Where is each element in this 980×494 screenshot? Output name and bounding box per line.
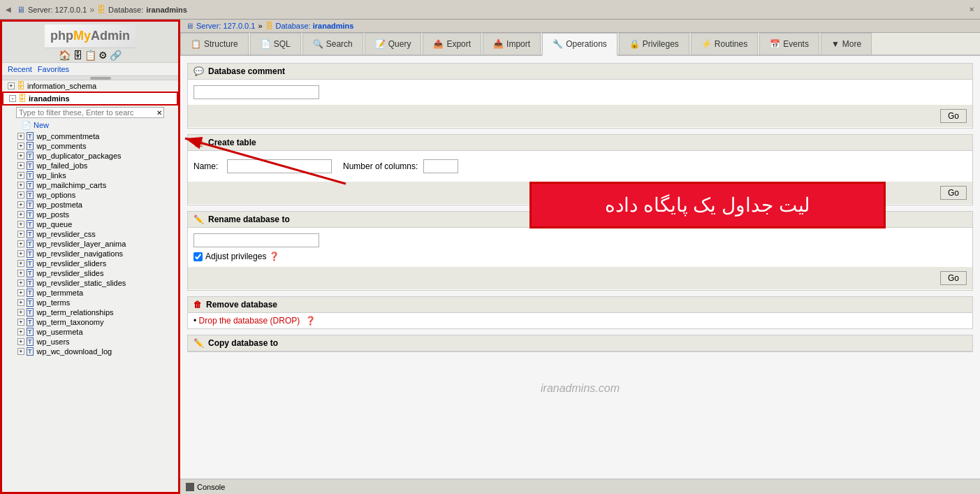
db-name-info[interactable]: information_schema [27,82,96,90]
db-comment-input[interactable] [193,85,319,99]
table-name[interactable]: wp_options [37,191,76,199]
table-item[interactable]: + T wp_revslider_layer_anima [2,239,178,249]
table-item[interactable]: + T wp_duplicator_packages [2,151,178,161]
table-name[interactable]: wp_mailchimp_carts [37,181,107,189]
table-icon-small[interactable]: 📋 [85,50,96,61]
table-item[interactable]: + T wp_links [2,170,178,180]
expand-table[interactable]: + [17,162,24,169]
table-name[interactable]: wp_posts [37,210,69,219]
expand-table[interactable]: + [17,182,24,189]
maximize-icon[interactable]: ✕ [969,6,974,13]
tab-operations[interactable]: 🔧 Operations [542,33,617,56]
tab-structure[interactable]: 📋 Structure [180,33,249,55]
recent-link[interactable]: Recent [8,65,32,73]
table-name[interactable]: wp_wc_download_log [37,347,112,356]
expand-table[interactable]: + [17,309,24,316]
db-name-iranadmins[interactable]: iranadmins [29,94,70,103]
table-name[interactable]: wp_users [37,337,70,346]
tab-sql[interactable]: 📄 SQL [250,33,301,55]
drop-db-link[interactable]: Drop the database (DROP) [199,316,300,326]
expand-table[interactable]: + [17,191,24,198]
table-item[interactable]: + T wp_users [2,337,178,347]
expand-table[interactable]: + [17,299,24,306]
favorites-link[interactable]: Favorites [38,65,69,73]
expand-table[interactable]: + [17,152,24,159]
db-item-iranadmins[interactable]: - 🗄 iranadmins [2,92,178,106]
tab-more[interactable]: ▼ More [821,33,872,55]
table-name[interactable]: wp_revslider_slides [37,269,104,277]
table-name[interactable]: wp_term_taxonomy [37,318,104,326]
tab-events[interactable]: 📅 Events [759,33,819,55]
filter-clear-icon[interactable]: ✕ [156,109,162,117]
table-item[interactable]: + T wp_postmeta [2,200,178,210]
table-name[interactable]: wp_termmeta [37,289,84,297]
home-icon[interactable]: 🏠 [59,50,71,61]
table-item[interactable]: + T wp_termmeta [2,288,178,298]
new-label[interactable]: New [34,121,49,129]
expand-table[interactable]: + [17,328,24,335]
table-name[interactable]: wp_revslider_navigations [37,249,124,258]
breadcrumb-server[interactable]: Server: 127.0.0.1 [196,22,255,30]
table-item[interactable]: + T wp_term_relationships [2,307,178,317]
table-name[interactable]: wp_duplicator_packages [37,152,122,160]
table-name-input[interactable] [227,159,332,173]
table-item[interactable]: + T wp_queue [2,219,178,229]
tab-search[interactable]: 🔍 Search [302,33,363,55]
expand-table[interactable]: + [17,279,24,286]
table-item[interactable]: + T wp_commentmeta [2,131,178,141]
breadcrumb-database[interactable]: Database: iranadmins [276,22,354,30]
expand-table[interactable]: + [17,201,24,208]
expand-info-schema[interactable]: + [8,82,15,89]
table-item[interactable]: + T wp_term_taxonomy [2,317,178,327]
create-table-go-button[interactable]: Go [940,186,967,200]
expand-table[interactable]: + [17,172,24,179]
rename-db-go-button[interactable]: Go [940,271,967,285]
table-name[interactable]: wp_queue [37,220,73,228]
table-name[interactable]: wp_links [37,171,66,180]
link-icon[interactable]: 🔗 [110,50,122,61]
expand-table[interactable]: + [17,221,24,228]
expand-table[interactable]: + [17,231,24,238]
table-item[interactable]: + T wp_comments [2,141,178,151]
table-item[interactable]: + T wp_failed_jobs [2,161,178,170]
table-item[interactable]: + T wp_wc_download_log [2,347,178,356]
expand-table[interactable]: + [17,289,24,296]
filter-input[interactable] [16,107,164,118]
table-name[interactable]: wp_failed_jobs [37,161,88,170]
database-icon[interactable]: 🗄 [73,50,82,61]
table-item[interactable]: + T wp_posts [2,210,178,219]
table-name[interactable]: wp_postmeta [37,201,82,209]
expand-table[interactable]: + [17,240,24,247]
expand-iranadmins[interactable]: - [9,95,16,102]
table-name[interactable]: wp_usermeta [37,328,83,336]
expand-table[interactable]: + [17,133,24,140]
expand-table[interactable]: + [17,270,24,277]
settings-icon[interactable]: ⚙ [98,50,108,61]
table-name[interactable]: wp_comments [37,142,87,150]
table-name[interactable]: wp_revslider_layer_anima [37,240,126,248]
table-item[interactable]: + T wp_revslider_css [2,229,178,239]
table-name[interactable]: wp_term_relationships [37,308,114,317]
rename-db-input[interactable] [193,233,319,247]
db-item-information-schema[interactable]: + 🗄 information_schema [2,80,178,92]
tab-routines[interactable]: ⚡ Routines [691,33,758,55]
table-name[interactable]: wp_revslider_css [37,230,96,238]
expand-table[interactable]: + [17,143,24,150]
columns-input[interactable] [423,159,458,173]
table-name[interactable]: wp_revslider_sliders [37,259,107,268]
tab-export[interactable]: 📤 Export [423,33,481,55]
new-table-item[interactable]: 📄 New [2,119,178,131]
tab-query[interactable]: 📝 Query [365,33,422,55]
tab-privileges[interactable]: 🔒 Privileges [619,33,689,55]
tab-import[interactable]: 📥 Import [483,33,541,55]
expand-table[interactable]: + [17,348,24,355]
table-item[interactable]: + T wp_usermeta [2,327,178,337]
drop-help-icon[interactable]: ❓ [305,316,316,326]
table-item[interactable]: + T wp_revslider_navigations [2,249,178,259]
table-item[interactable]: + T wp_revslider_slides [2,268,178,278]
adjust-privileges-checkbox[interactable] [193,252,203,261]
table-item[interactable]: + T wp_options [2,190,178,200]
table-name[interactable]: wp_revslider_static_slides [37,279,126,287]
expand-table[interactable]: + [17,319,24,326]
table-name[interactable]: wp_terms [37,298,71,307]
